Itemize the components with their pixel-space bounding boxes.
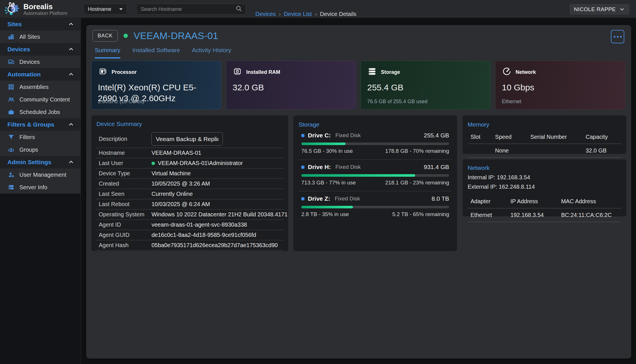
row-value: Windows 10 2022 Datacenter 21H2 Build 20… xyxy=(152,211,288,218)
summary-row-operating-system: Operating System Windows 10 2022 Datacen… xyxy=(96,210,284,220)
user-menu-button[interactable]: NICOLE RAPPE xyxy=(570,4,629,15)
stat-card-row: Processor Intel(R) Xeon(R) CPU E5-2690 v… xyxy=(91,61,625,109)
search-input[interactable] xyxy=(137,6,235,12)
drive-row-z: Drive Z: Fixed Disk 8.0 TB 2.8 TB - 35% … xyxy=(298,191,452,223)
summary-row-created: Created 10/05/2025 @ 3:26 AM xyxy=(96,179,284,189)
row-label: Last Seen xyxy=(99,191,152,197)
sidebar-item-server-info[interactable]: Server Info xyxy=(0,181,80,194)
memory-cell-serial xyxy=(528,144,583,158)
stat-card-subtitle: Ethernet xyxy=(502,99,521,105)
stat-card-network: Network 10 Gbps Ethernet xyxy=(495,61,625,109)
drive-remaining-text: 5.2 TB - 65% remaining xyxy=(392,211,449,217)
sidebar-item-community-content[interactable]: Community Content xyxy=(0,93,80,106)
network-col-ip: IP Address xyxy=(508,196,558,208)
more-options-button[interactable] xyxy=(611,30,624,43)
drive-remaining-text: 178.8 GB - 70% remaining xyxy=(385,148,449,154)
memory-panel-title: Memory xyxy=(468,121,621,128)
sidebar-item-label: Assemblies xyxy=(19,84,49,90)
sidebar-section-label: Devices xyxy=(7,46,30,53)
external-ip-value: 162.248.8.114 xyxy=(499,184,535,190)
sidebar-item-filters[interactable]: Filters xyxy=(0,131,80,143)
row-value: VEEAM-DRAAS-01\Administrator xyxy=(152,160,243,166)
network-table: Adapter IP Address MAC Address Ethernet … xyxy=(468,196,621,222)
back-button[interactable]: BACK xyxy=(92,30,118,42)
stat-card-label: Installed RAM xyxy=(246,69,280,75)
ram-icon xyxy=(233,67,242,78)
sidebar-item-label: User Management xyxy=(19,172,66,178)
sidebar-item-user-management[interactable]: User Management xyxy=(0,168,80,181)
sidebar-item-label: Filters xyxy=(19,134,35,141)
sidebar: Sites All Sites Devices D xyxy=(0,18,81,364)
sidebar-section-devices[interactable]: Devices xyxy=(0,43,80,56)
row-value: veeam-draas-01-agent-svc-8930a338 xyxy=(152,221,247,228)
sidebar-section-filters-groups[interactable]: Filters & Groups xyxy=(0,118,80,131)
tab-installed-software[interactable]: Installed Software xyxy=(132,47,180,58)
row-label: Agent Hash xyxy=(99,242,152,249)
drive-type: Fixed Disk xyxy=(336,164,361,170)
chevron-up-icon xyxy=(68,121,74,128)
row-value: 10/05/2025 @ 3:26 AM xyxy=(152,180,210,187)
external-ip-line: External IP: 162.248.8.114 xyxy=(468,184,621,190)
row-value: 05ba0e7935171d626ecea29b27d7ae175363cd90 xyxy=(152,242,278,249)
row-label: Agent ID xyxy=(99,221,152,228)
device-title-row: BACK VEEAM-DRAAS-01 xyxy=(92,30,218,42)
breadcrumb-devices-link[interactable]: Devices xyxy=(255,11,276,17)
sidebar-section-automation[interactable]: Automation xyxy=(0,68,80,81)
chevron-up-icon xyxy=(68,71,74,78)
brand-subtitle: Automation Platform xyxy=(23,11,67,16)
sidebar-item-label: All Sites xyxy=(19,34,40,40)
row-label: Device Type xyxy=(99,170,152,177)
sidebar-section-sites[interactable]: Sites xyxy=(0,18,80,30)
memory-col-slot: Slot xyxy=(468,132,492,144)
drive-usage-bar xyxy=(301,143,449,145)
breadcrumb-device-list-link[interactable]: Device List xyxy=(284,11,312,17)
top-bar: Borealis Automation Platform Hostname De… xyxy=(0,0,636,18)
sidebar-item-groups[interactable]: Groups xyxy=(0,143,80,156)
summary-row-agent-id: Agent ID veeam-draas-01-agent-svc-8930a3… xyxy=(96,220,284,230)
brand: Borealis Automation Platform xyxy=(3,1,67,18)
network-col-adapter: Adapter xyxy=(468,196,508,208)
tab-summary[interactable]: Summary xyxy=(95,47,120,58)
chevron-up-icon xyxy=(68,46,74,52)
sidebar-item-scheduled-jobs[interactable]: Scheduled Jobs xyxy=(0,106,80,118)
memory-cell-speed: None xyxy=(492,144,528,158)
stat-card-value: 32.0 GB xyxy=(233,82,349,93)
breadcrumb-current: Device Details xyxy=(320,11,356,17)
sidebar-item-label: Devices xyxy=(19,59,40,65)
drive-name: Drive Z: xyxy=(308,195,330,202)
stat-card-label: Network xyxy=(516,69,536,75)
summary-row-agent-hash: Agent Hash 05ba0e7935171d626ecea29b27d7a… xyxy=(96,240,284,251)
drive-usage-bar xyxy=(301,206,449,208)
memory-row: None 32.0 GB xyxy=(468,144,621,158)
tab-activity-history[interactable]: Activity History xyxy=(192,47,231,58)
memory-col-capacity: Capacity xyxy=(583,132,621,144)
network-col-mac: MAC Address xyxy=(558,196,621,208)
memory-col-speed: Speed xyxy=(492,132,528,144)
sidebar-item-label: Scheduled Jobs xyxy=(19,109,60,115)
drive-remaining-text: 218.1 GB - 23% remaining xyxy=(385,180,449,186)
summary-row-last-seen: Last Seen Currently Online xyxy=(96,189,284,199)
row-label: Operating System xyxy=(99,211,152,218)
drive-usage-fill xyxy=(301,143,346,145)
funnel-icon xyxy=(7,133,15,141)
drive-usage-fill xyxy=(301,206,353,208)
summary-row-hostname: Hostname VEEAM-DRAAS-01 xyxy=(96,148,284,158)
sidebar-item-all-sites[interactable]: All Sites xyxy=(0,30,80,43)
search-icon[interactable] xyxy=(235,5,242,13)
drive-name: Drive H: xyxy=(308,164,331,170)
last-user-value: VEEAM-DRAAS-01\Administrator xyxy=(158,160,243,166)
brand-name: Borealis xyxy=(23,3,67,11)
device-summary-panel: Device Summary Description Hostname VEEA… xyxy=(91,115,288,251)
rabbit-gear-logo-icon xyxy=(3,1,20,18)
sidebar-item-assemblies[interactable]: Assemblies xyxy=(0,81,80,93)
hostname-filter-select[interactable]: Hostname xyxy=(84,4,127,15)
drive-bullet-icon xyxy=(301,134,304,137)
summary-row-last-reboot: Last Reboot 10/03/2025 @ 6:24 AM xyxy=(96,199,284,210)
row-value: de16c0c1-8aa2-4d18-9585-9ce91cf056fd xyxy=(152,232,256,238)
sidebar-item-devices[interactable]: Devices xyxy=(0,56,80,68)
network-cell-mac: BC:24:11:CA:C6:2C xyxy=(558,208,621,222)
description-input[interactable] xyxy=(152,132,223,146)
drive-usage-fill xyxy=(301,174,415,177)
sidebar-section-admin-settings[interactable]: Admin Settings xyxy=(0,156,80,168)
summary-row-last-user: Last User VEEAM-DRAAS-01\Administrator xyxy=(96,158,284,168)
